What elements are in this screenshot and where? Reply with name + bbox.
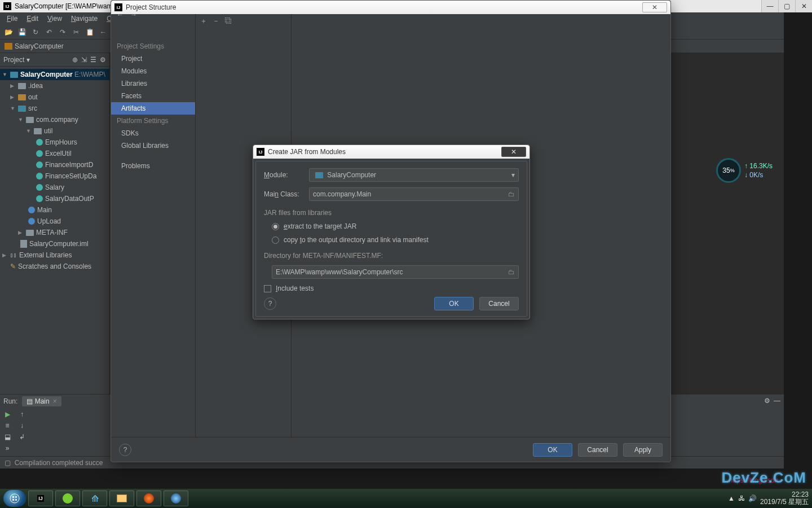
- run-tab-main[interactable]: ▤ Main ×: [22, 396, 61, 406]
- task-explorer[interactable]: [109, 491, 134, 506]
- back-icon[interactable]: ←: [117, 11, 123, 19]
- jar-ok-button[interactable]: OK: [434, 297, 474, 310]
- ps-item-modules[interactable]: Modules: [111, 65, 195, 77]
- collapse-icon[interactable]: ⇲: [81, 56, 87, 64]
- tree-upload[interactable]: UpLoad: [0, 216, 109, 227]
- browse-icon[interactable]: 🗀: [508, 190, 515, 198]
- maximize-button[interactable]: ▢: [778, 0, 795, 12]
- settings-icon[interactable]: ☰: [90, 56, 96, 64]
- breadcrumb-root[interactable]: SalaryComputer: [15, 42, 64, 50]
- ps-cancel-button[interactable]: Cancel: [578, 443, 617, 457]
- menu-file[interactable]: File: [2, 14, 22, 24]
- task-app3[interactable]: ⟰: [82, 491, 107, 506]
- tool-window-icon[interactable]: ▢: [5, 459, 11, 467]
- menu-navigate[interactable]: Navigate: [67, 14, 102, 24]
- task-intellij[interactable]: IJ: [28, 491, 53, 506]
- taskbar: IJ ⟰ ▲ 🖧 🔊 22:23 2019/7/5 星期五: [0, 489, 812, 508]
- dropdown-icon[interactable]: ▾: [27, 56, 30, 64]
- include-tests-checkbox[interactable]: Include tests: [264, 284, 519, 292]
- forward-icon[interactable]: →: [130, 11, 137, 19]
- module-select[interactable]: SalaryComputer ▾: [309, 168, 519, 182]
- jar-titlebar[interactable]: IJ Create JAR from Modules ✕: [253, 145, 529, 159]
- radio-copy[interactable]: copy to the output directory and link vi…: [272, 236, 519, 244]
- tree-ext-lib[interactable]: ▶⫾⫾External Libraries: [0, 249, 109, 261]
- tray-icon[interactable]: ▲: [728, 494, 735, 502]
- project-label[interactable]: Project: [3, 56, 24, 64]
- ps-item-problems[interactable]: Problems: [111, 160, 195, 172]
- jar-cancel-button[interactable]: Cancel: [479, 297, 519, 310]
- open-icon[interactable]: 📂: [3, 27, 14, 37]
- mainclass-input[interactable]: com.company.Main 🗀: [309, 187, 519, 201]
- more-icon[interactable]: »: [6, 444, 10, 452]
- help-button[interactable]: ?: [119, 444, 131, 456]
- tree-src[interactable]: ▼src: [0, 103, 109, 114]
- ps-item-sdks[interactable]: SDKs: [111, 127, 195, 139]
- add-icon[interactable]: ＋: [200, 16, 207, 26]
- stop-icon[interactable]: ≡: [5, 422, 9, 430]
- layout-icon[interactable]: ⬓: [5, 433, 11, 441]
- close-button[interactable]: ✕: [795, 0, 812, 12]
- tree-out[interactable]: ▶out: [0, 91, 109, 103]
- locate-icon[interactable]: ⊕: [72, 56, 78, 64]
- ps-apply-button[interactable]: Apply: [623, 443, 663, 457]
- ps-item-global-libs[interactable]: Global Libraries: [111, 139, 195, 152]
- tree-metainf[interactable]: ▶META-INF: [0, 227, 109, 238]
- back-icon[interactable]: ←: [98, 27, 108, 37]
- tree-file[interactable]: ExcelUtil: [0, 148, 109, 159]
- run-gutter: ▶ ≡ ⬓ »: [0, 408, 15, 456]
- tree-file[interactable]: EmpHours: [0, 137, 109, 148]
- tree-file[interactable]: FinanceImportD: [0, 159, 109, 170]
- gear-icon[interactable]: ⚙: [764, 397, 770, 405]
- tray-icon[interactable]: 🔊: [748, 494, 757, 502]
- tray-icon[interactable]: 🖧: [738, 494, 745, 502]
- task-app2[interactable]: [55, 491, 80, 506]
- tree-scratch[interactable]: ✎Scratches and Consoles: [0, 261, 109, 272]
- gear-icon[interactable]: ⚙: [100, 56, 106, 64]
- ps-close-button[interactable]: ✕: [642, 2, 667, 12]
- menu-view[interactable]: View: [43, 14, 67, 24]
- tree-idea[interactable]: ▶.idea: [0, 80, 109, 91]
- wrap-icon[interactable]: ↲: [19, 433, 25, 441]
- play-icon[interactable]: ▶: [5, 410, 10, 418]
- minimize-button[interactable]: —: [761, 0, 778, 12]
- ps-item-artifacts[interactable]: Artifacts: [111, 102, 195, 115]
- save-icon[interactable]: 💾: [17, 27, 27, 37]
- ps-item-facets[interactable]: Facets: [111, 90, 195, 102]
- tree-main[interactable]: Main: [0, 204, 109, 216]
- tree-file[interactable]: FinanceSetUpDa: [0, 170, 109, 182]
- minimize-icon[interactable]: —: [774, 397, 780, 405]
- folder-icon: [5, 43, 12, 50]
- tree-pkg[interactable]: ▼com.company: [0, 114, 109, 125]
- undo-icon[interactable]: ↶: [44, 27, 54, 37]
- menu-edit[interactable]: Edit: [22, 14, 43, 24]
- ps-titlebar[interactable]: IJ Project Structure ✕: [111, 1, 670, 14]
- tree-file[interactable]: Salary: [0, 182, 109, 193]
- tree-file[interactable]: SalaryDataOutP: [0, 193, 109, 204]
- tree-iml[interactable]: SalaryComputer.iml: [0, 238, 109, 249]
- net-speed-widget[interactable]: 35% ↑ 16.3K/s ↓ 0K/s: [716, 158, 773, 183]
- tree-root[interactable]: ▼SalaryComputer E:\WAMP\: [0, 69, 109, 80]
- jar-close-button[interactable]: ✕: [501, 147, 526, 157]
- close-icon[interactable]: ×: [53, 397, 57, 405]
- start-button[interactable]: [3, 490, 26, 507]
- tree-util[interactable]: ▼util: [0, 125, 109, 137]
- ps-item-project[interactable]: Project: [111, 52, 195, 65]
- browse-icon[interactable]: 🗀: [508, 268, 515, 276]
- ps-item-libraries[interactable]: Libraries: [111, 77, 195, 90]
- manifest-path-input[interactable]: E:\WAMP\wamp\www\SalaryComputer\src 🗀: [272, 265, 519, 279]
- refresh-icon[interactable]: ↻: [30, 27, 41, 37]
- cut-icon[interactable]: ✂: [71, 27, 81, 37]
- redo-icon[interactable]: ↷: [58, 27, 68, 37]
- system-tray[interactable]: ▲ 🖧 🔊 22:23 2019/7/5 星期五: [728, 489, 809, 508]
- up-icon[interactable]: ↑: [20, 410, 24, 418]
- paste-icon[interactable]: 📋: [85, 27, 95, 37]
- task-browser[interactable]: [164, 491, 188, 506]
- ps-ok-button[interactable]: OK: [533, 443, 572, 457]
- clock[interactable]: 22:23 2019/7/5 星期五: [760, 491, 809, 506]
- help-button[interactable]: ?: [264, 297, 276, 310]
- down-icon[interactable]: ↓: [20, 422, 24, 430]
- task-firefox[interactable]: [136, 491, 161, 506]
- remove-icon[interactable]: －: [213, 16, 219, 26]
- radio-extract[interactable]: extract to the target JAR: [272, 222, 519, 230]
- copy-icon[interactable]: ⿻: [225, 17, 232, 25]
